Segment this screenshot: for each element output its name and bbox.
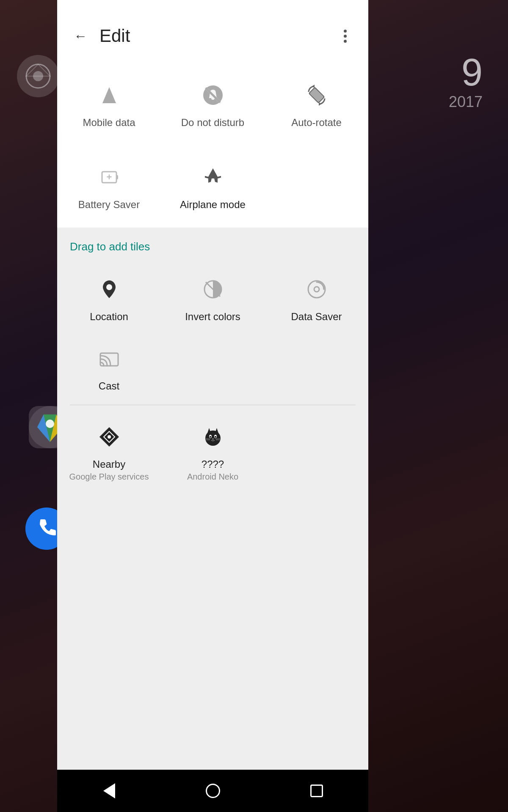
data-saver-icon: [302, 274, 331, 304]
svg-point-22: [108, 435, 111, 439]
svg-rect-14: [116, 175, 118, 179]
nearby-sublabel: Google Play services: [69, 472, 149, 482]
android-neko-label: ????: [202, 458, 224, 470]
recents-nav-icon: [310, 785, 323, 797]
android-neko-sublabel: Android Neko: [187, 472, 238, 482]
svg-marker-25: [215, 428, 218, 433]
svg-point-3: [46, 420, 54, 428]
svg-point-30: [212, 439, 214, 440]
tile-cast[interactable]: Cast: [57, 331, 161, 401]
section-divider: [70, 405, 356, 405]
extra-tiles-grid: Nearby Google Play services: [57, 409, 368, 490]
current-tiles-row2: + Battery Saver Airplane mode: [57, 150, 368, 228]
back-nav-icon: [103, 783, 115, 798]
invert-colors-label: Invert colors: [185, 311, 240, 323]
svg-point-28: [210, 436, 211, 438]
svg-point-19: [308, 281, 325, 298]
page-title: Edit: [99, 26, 334, 46]
tile-nearby[interactable]: Nearby Google Play services: [57, 409, 161, 490]
nearby-icon: [94, 422, 124, 452]
cast-label: Cast: [99, 380, 119, 392]
tile-auto-rotate[interactable]: Auto-rotate: [265, 68, 368, 137]
tile-airplane-mode[interactable]: Airplane mode: [161, 150, 265, 219]
do-not-disturb-icon: [198, 80, 228, 110]
tile-data-saver[interactable]: Data Saver: [265, 262, 368, 331]
nav-recents-button[interactable]: [302, 776, 331, 806]
airplane-mode-label: Airplane mode: [180, 199, 246, 211]
svg-point-16: [106, 284, 112, 290]
svg-marker-12: [319, 102, 321, 106]
more-options-button[interactable]: [334, 25, 356, 47]
tile-do-not-disturb[interactable]: Do not disturb: [161, 68, 265, 137]
data-saver-label: Data Saver: [291, 311, 342, 323]
svg-marker-4: [102, 87, 116, 103]
svg-point-29: [215, 436, 216, 438]
add-tiles-section: Location Invert colors: [57, 258, 368, 812]
tile-mobile-data[interactable]: Mobile data: [57, 68, 161, 137]
location-label: Location: [90, 311, 128, 323]
mobile-data-icon: [94, 80, 124, 110]
svg-text:+: +: [106, 172, 112, 182]
back-button[interactable]: ←: [70, 25, 91, 47]
tile-location[interactable]: Location: [57, 262, 161, 331]
mobile-data-label: Mobile data: [83, 117, 135, 129]
tile-battery-saver[interactable]: + Battery Saver: [57, 150, 161, 219]
drag-section: Drag to add tiles: [57, 228, 368, 258]
tile-android-neko[interactable]: ???? Android Neko: [161, 409, 265, 490]
add-tiles-grid: Location Invert colors: [57, 262, 368, 401]
tile-invert-colors[interactable]: Invert colors: [161, 262, 265, 331]
tiles-grid-row1: Mobile data Do not disturb: [57, 68, 368, 137]
auto-rotate-label: Auto-rotate: [291, 117, 342, 129]
svg-point-20: [314, 287, 319, 292]
more-dots-icon: [344, 30, 347, 43]
chrome-icon: [17, 55, 59, 97]
airplane-mode-icon: [198, 162, 228, 192]
auto-rotate-icon: [302, 80, 331, 110]
location-icon: [94, 274, 124, 304]
edit-panel: ← Edit Mobile data: [57, 0, 368, 812]
back-arrow-icon: ←: [74, 28, 87, 44]
panel-header: ← Edit: [57, 0, 368, 59]
nearby-label: Nearby: [93, 458, 125, 470]
android-neko-icon: [198, 422, 228, 452]
battery-saver-label: Battery Saver: [78, 199, 140, 211]
current-tiles-row1: Mobile data Do not disturb: [57, 59, 368, 150]
nav-home-button[interactable]: [198, 776, 228, 806]
svg-marker-11: [312, 85, 315, 88]
battery-saver-icon: +: [94, 162, 124, 192]
tiles-grid-row2: + Battery Saver Airplane mode: [57, 150, 368, 219]
do-not-disturb-label: Do not disturb: [181, 117, 244, 129]
drag-label: Drag to add tiles: [70, 240, 150, 253]
nav-back-button[interactable]: [94, 776, 124, 806]
invert-colors-icon: [198, 274, 228, 304]
home-nav-icon: [206, 784, 220, 798]
navigation-bar: [57, 770, 368, 812]
date-widget: 9: [461, 51, 483, 94]
year-widget: 2017: [449, 93, 483, 111]
cast-icon: [94, 344, 124, 373]
svg-marker-24: [207, 428, 211, 433]
